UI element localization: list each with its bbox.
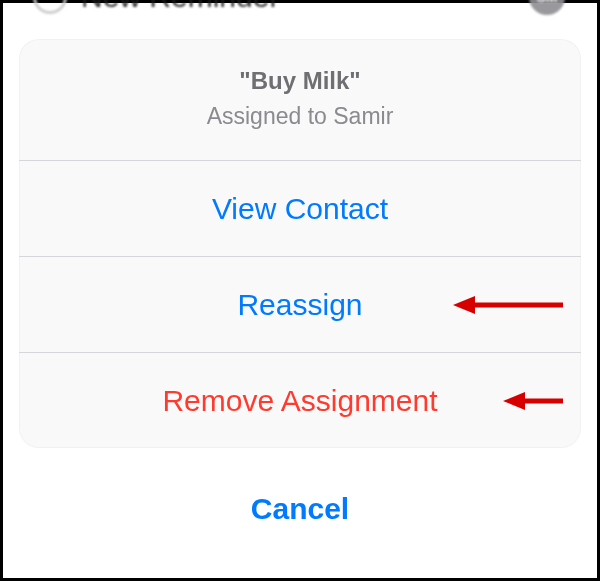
view-contact-label: View Contact [212, 192, 388, 226]
assignee-avatar-icon: SM [529, 0, 565, 15]
svg-marker-3 [503, 392, 525, 410]
reminder-radio-icon [33, 0, 67, 14]
reassign-button[interactable]: Reassign [19, 257, 581, 352]
action-sheet-header: "Buy Milk" Assigned to Samir [19, 39, 581, 160]
background-reminder-row: New Reminder SM [13, 0, 587, 15]
cancel-label: Cancel [251, 492, 349, 526]
action-sheet-title: "Buy Milk" [39, 67, 561, 95]
action-sheet-container: "Buy Milk" Assigned to Samir View Contac… [19, 39, 581, 562]
annotation-arrow-icon [453, 293, 563, 317]
screenshot-frame: New Reminder SM "Buy Milk" Assigned to S… [0, 0, 600, 581]
background-reminder-text: New Reminder [81, 0, 529, 14]
action-sheet-subtitle: Assigned to Samir [39, 103, 561, 130]
svg-marker-1 [453, 296, 475, 314]
remove-assignment-label: Remove Assignment [162, 384, 437, 418]
remove-assignment-button[interactable]: Remove Assignment [19, 353, 581, 448]
view-contact-button[interactable]: View Contact [19, 161, 581, 256]
action-sheet: "Buy Milk" Assigned to Samir View Contac… [19, 39, 581, 448]
annotation-arrow-icon [503, 389, 563, 413]
reassign-label: Reassign [237, 288, 362, 322]
cancel-button[interactable]: Cancel [19, 464, 581, 554]
